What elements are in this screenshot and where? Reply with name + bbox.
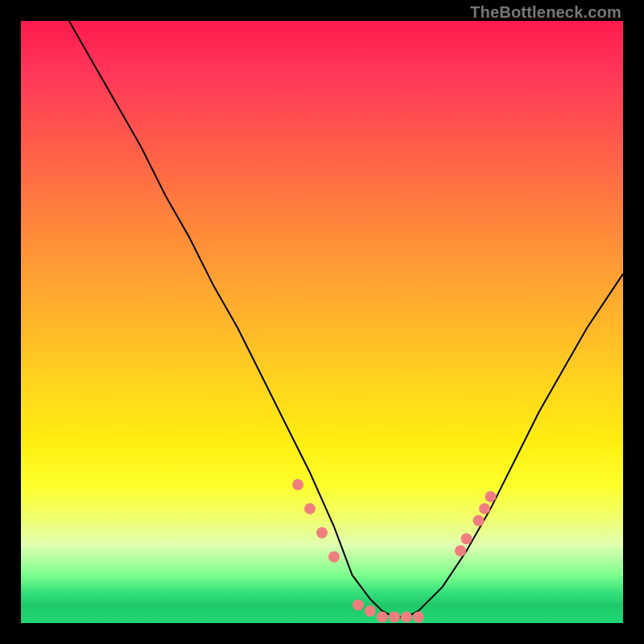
highlight-dot — [461, 533, 473, 544]
highlight-dot — [377, 612, 388, 623]
plot-area — [21, 21, 623, 623]
bottleneck-curve — [69, 21, 623, 617]
highlight-dot — [455, 545, 466, 556]
highlight-dot — [485, 491, 496, 502]
highlight-dot — [389, 612, 400, 623]
highlight-dot — [316, 527, 328, 539]
highlight-dot — [353, 600, 364, 611]
highlight-dot — [401, 612, 412, 623]
watermark-text: TheBottleneck.com — [470, 3, 621, 22]
chart-frame: TheBottleneck.com — [0, 0, 644, 644]
highlight-dot — [413, 612, 424, 623]
highlight-dot — [473, 515, 485, 526]
highlight-dot — [365, 605, 376, 617]
curve-layer — [21, 21, 623, 623]
highlight-dot — [292, 479, 303, 490]
highlight-dot — [479, 503, 490, 514]
highlight-dot — [304, 503, 316, 514]
highlight-dot — [328, 551, 340, 563]
